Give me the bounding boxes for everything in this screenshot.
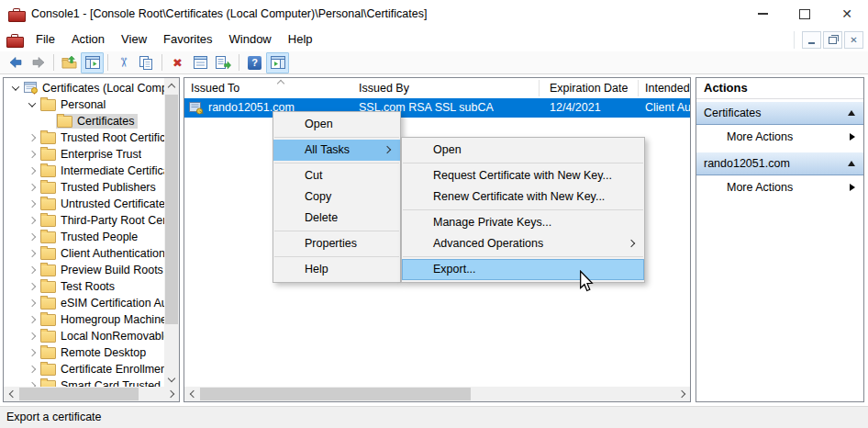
- scroll-down-arrow[interactable]: [164, 372, 179, 387]
- tree-item-preview-build-roots[interactable]: Preview Build Roots: [4, 262, 164, 278]
- minimize-button[interactable]: [741, 0, 784, 28]
- scroll-up-arrow[interactable]: [164, 78, 179, 93]
- submenu-export[interactable]: Export...: [402, 259, 644, 280]
- context-menu-help[interactable]: Help: [273, 259, 400, 280]
- tree-item-local-nonremovable[interactable]: Local NonRemovable: [4, 328, 164, 344]
- show-hide-action-pane-button[interactable]: [266, 52, 289, 73]
- chevron-collapsed-icon[interactable]: [28, 134, 35, 141]
- scroll-right-arrow[interactable]: [675, 387, 690, 401]
- copy-icon: [139, 56, 153, 70]
- chevron-collapsed-icon[interactable]: [28, 283, 35, 290]
- mdi-minimize-button[interactable]: [802, 31, 821, 49]
- chevron-collapsed-icon[interactable]: [28, 184, 35, 191]
- column-issued-to[interactable]: Issued To: [191, 78, 239, 98]
- chevron-collapsed-icon[interactable]: [28, 366, 35, 373]
- scrollbar-thumb[interactable]: [19, 388, 139, 400]
- copy-button[interactable]: [135, 52, 158, 73]
- tree-item-client-authentication[interactable]: Client Authentication: [4, 245, 164, 262]
- chevron-collapsed-icon[interactable]: [28, 233, 35, 241]
- mdi-close-button[interactable]: ✕: [844, 31, 863, 49]
- submenu-renew-certificate[interactable]: Renew Certificate with New Key...: [402, 186, 644, 208]
- column-expiration-date[interactable]: Expiration Date: [550, 78, 628, 98]
- tree-item-intermediate[interactable]: Intermediate Certifica: [4, 163, 164, 179]
- menu-window[interactable]: Window: [221, 29, 280, 50]
- actions-section-rando12051[interactable]: rando12051.com: [696, 152, 863, 175]
- column-issued-by[interactable]: Issued By: [359, 78, 409, 98]
- tree-item-certificate-enrollment[interactable]: Certificate Enrollmen: [4, 361, 164, 377]
- close-button[interactable]: ✕: [826, 0, 868, 28]
- tree-item-test-roots[interactable]: Test Roots: [4, 278, 164, 295]
- scrollbar-thumb[interactable]: [165, 95, 178, 324]
- context-menu-cut[interactable]: Cut: [273, 165, 400, 186]
- tree-item-trusted-publishers[interactable]: Trusted Publishers: [4, 179, 164, 196]
- folder-icon: [40, 248, 56, 260]
- certificate-icon: [189, 101, 205, 115]
- context-menu-all-tasks[interactable]: All Tasks: [273, 140, 400, 161]
- context-menu-properties[interactable]: Properties: [273, 233, 400, 254]
- submenu-request-certificate[interactable]: Request Certificate with New Key...: [402, 165, 644, 186]
- submenu-open[interactable]: Open: [402, 140, 644, 161]
- chevron-collapsed-icon[interactable]: [28, 299, 35, 307]
- tree-item-certificates[interactable]: Certificates: [4, 113, 164, 130]
- menu-file[interactable]: File: [28, 29, 63, 50]
- chevron-collapsed-icon[interactable]: [28, 316, 35, 323]
- mdi-restore-button[interactable]: [823, 31, 842, 49]
- context-menu-open[interactable]: Open: [273, 114, 400, 135]
- tree-item-untrusted[interactable]: Untrusted Certificates: [4, 196, 164, 212]
- scroll-left-arrow[interactable]: [4, 387, 18, 401]
- more-actions-rando12051[interactable]: More Actions: [696, 175, 863, 198]
- up-one-level-button[interactable]: [58, 52, 81, 73]
- delete-button[interactable]: ✖: [166, 52, 189, 73]
- tree-item-personal[interactable]: Personal: [4, 96, 164, 113]
- chevron-collapsed-icon[interactable]: [28, 217, 35, 224]
- back-button[interactable]: [4, 52, 27, 73]
- submenu-arrow-icon: [628, 240, 635, 247]
- tree-item-enterprise-trust[interactable]: Enterprise Trust: [4, 146, 164, 163]
- submenu-advanced-operations[interactable]: Advanced Operations: [402, 233, 644, 254]
- maximize-button[interactable]: [784, 0, 826, 28]
- cut-button[interactable]: ✂: [112, 52, 135, 73]
- export-list-button[interactable]: [212, 52, 235, 73]
- properties-button[interactable]: [189, 52, 212, 73]
- certificate-row[interactable]: rando12051.com SSL.com RSA SSL subCA 12/…: [184, 98, 690, 118]
- scroll-left-arrow[interactable]: [184, 387, 199, 401]
- column-separator[interactable]: [539, 80, 540, 96]
- more-actions-certificates[interactable]: More Actions: [696, 125, 863, 148]
- tree-item-trusted-people[interactable]: Trusted People: [4, 229, 164, 245]
- tree-vertical-scrollbar[interactable]: [164, 78, 179, 387]
- collapse-up-icon[interactable]: [848, 110, 855, 116]
- column-separator[interactable]: [638, 80, 639, 96]
- tree-horizontal-scrollbar[interactable]: [4, 387, 179, 401]
- chevron-expanded-icon[interactable]: [11, 83, 18, 90]
- chevron-collapsed-icon[interactable]: [28, 250, 35, 257]
- chevron-collapsed-icon[interactable]: [28, 332, 35, 340]
- menu-action[interactable]: Action: [63, 29, 113, 50]
- chevron-collapsed-icon[interactable]: [28, 200, 35, 208]
- scrollbar-thumb[interactable]: [200, 388, 471, 400]
- chevron-collapsed-icon[interactable]: [28, 266, 35, 274]
- menu-view[interactable]: View: [113, 29, 155, 50]
- tree-item-esim[interactable]: eSIM Certification Au: [4, 295, 164, 311]
- chevron-collapsed-icon[interactable]: [28, 167, 35, 175]
- submenu-manage-private-keys[interactable]: Manage Private Keys...: [402, 212, 644, 233]
- scroll-right-arrow[interactable]: [164, 387, 179, 401]
- tree-item-remote-desktop[interactable]: Remote Desktop: [4, 344, 164, 361]
- tree-item-certificates-local-computer[interactable]: Certificates (Local Compu: [4, 80, 164, 96]
- chevron-collapsed-icon[interactable]: [28, 349, 35, 356]
- show-hide-console-tree-button[interactable]: [81, 52, 104, 73]
- column-intended[interactable]: Intended: [645, 78, 690, 98]
- forward-button[interactable]: [27, 52, 50, 73]
- tree-item-homegroup[interactable]: Homegroup Machine: [4, 311, 164, 328]
- collapse-up-icon[interactable]: [848, 161, 855, 166]
- list-horizontal-scrollbar[interactable]: [184, 387, 690, 401]
- tree-item-trusted-root[interactable]: Trusted Root Certifica: [4, 130, 164, 146]
- menu-favorites[interactable]: Favorites: [155, 29, 220, 50]
- context-menu-copy[interactable]: Copy: [273, 186, 400, 208]
- chevron-expanded-icon[interactable]: [28, 99, 35, 107]
- chevron-collapsed-icon[interactable]: [28, 151, 35, 158]
- menu-help[interactable]: Help: [280, 29, 321, 50]
- tree-item-third-party[interactable]: Third-Party Root Cert: [4, 212, 164, 229]
- actions-section-certificates[interactable]: Certificates: [696, 101, 863, 125]
- context-menu-delete[interactable]: Delete: [273, 208, 400, 229]
- help-button[interactable]: ?: [243, 52, 266, 73]
